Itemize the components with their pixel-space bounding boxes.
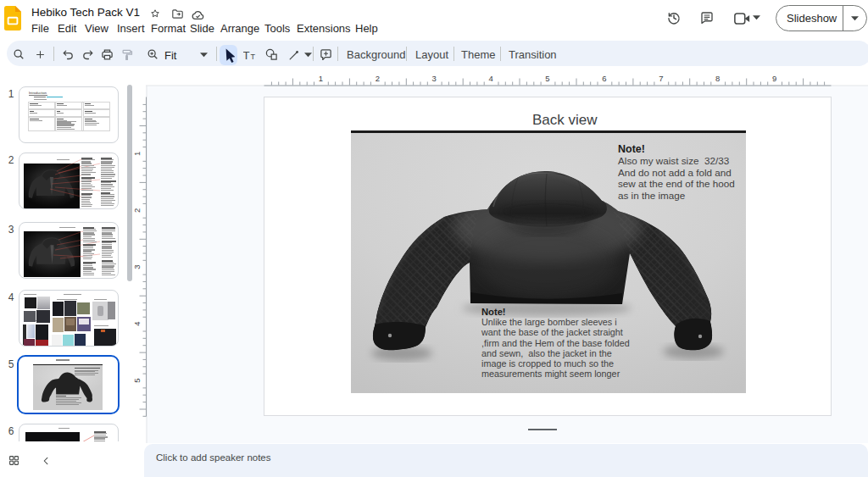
svg-text:T: T [243,49,250,60]
svg-text:1: 1 [319,74,323,83]
svg-text:9: 9 [772,74,776,83]
svg-text:3: 3 [432,74,437,83]
svg-text:4: 4 [132,321,142,325]
svg-text:5: 5 [545,74,549,83]
svg-text:T: T [251,53,256,61]
svg-text:2: 2 [132,208,142,213]
svg-text:5: 5 [132,378,142,382]
svg-text:2: 2 [376,74,380,83]
svg-text:7: 7 [659,74,663,83]
svg-text:6: 6 [602,74,606,83]
svg-text:4: 4 [488,74,492,83]
svg-text:1: 1 [132,152,142,156]
svg-text:3: 3 [132,265,142,269]
svg-text:8: 8 [715,74,720,83]
